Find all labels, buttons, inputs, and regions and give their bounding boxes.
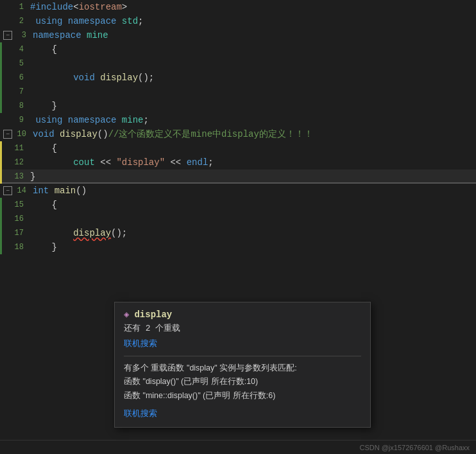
token-plain: ; xyxy=(138,16,143,26)
code-line-12: cout << "display" << endl; xyxy=(28,155,476,170)
code-line-1: #include<iostream> xyxy=(28,0,476,14)
token-plain xyxy=(55,129,60,139)
intellisense-tooltip: ◈ display 还有 2 个重载 联机搜索 有多个 重载函数 "displa… xyxy=(114,302,371,428)
tooltip-link-2[interactable]: 联机搜索 xyxy=(124,408,361,419)
line-number: 15 xyxy=(11,200,24,209)
fold-button[interactable]: − xyxy=(3,31,12,40)
bar-empty xyxy=(0,28,2,42)
token-plain: << xyxy=(165,157,187,168)
token-plain: ; xyxy=(208,157,213,168)
bar-green xyxy=(0,240,2,254)
line-number: 2 xyxy=(11,17,24,26)
token-keyword: using xyxy=(30,16,62,26)
table-row: 16 xyxy=(0,212,476,226)
bar-empty xyxy=(0,0,2,14)
token-keyword: void xyxy=(33,129,55,139)
code-line-14: int main() xyxy=(30,184,476,198)
bar-green xyxy=(0,226,2,240)
table-row: 9 using namespace mine; xyxy=(0,113,476,127)
watermark-text: CSDN @jx1572676601 @Rushaxx xyxy=(359,444,470,451)
bar-green xyxy=(0,85,2,99)
bar-empty xyxy=(0,127,2,141)
table-row: 1 #include<iostream> xyxy=(0,0,476,14)
line-number: 9 xyxy=(11,116,24,125)
token-keyword: namespace xyxy=(68,115,117,125)
code-line-6: void display(); xyxy=(28,71,476,85)
table-row: − 14 int main() xyxy=(0,184,476,198)
tooltip-divider xyxy=(124,356,361,356)
bar-yellow xyxy=(0,170,2,184)
token-function: main xyxy=(55,186,76,196)
token-namespace: mine xyxy=(87,30,108,40)
code-line-10: void display()//这个函数定义不是mine中display的定义！… xyxy=(30,127,476,141)
tooltip-desc-line3: 函数 "mine::display()" (已声明 所在行数:6) xyxy=(124,389,361,403)
token-plain: } xyxy=(30,171,35,182)
token-function: display xyxy=(60,129,98,139)
token-cout: cout xyxy=(73,157,95,168)
line-number: 4 xyxy=(11,45,24,54)
token-plain xyxy=(30,58,52,69)
tooltip-overload-text: 还有 2 个重载 xyxy=(124,322,361,334)
token-plain xyxy=(30,228,73,238)
tooltip-desc-line2: 函数 "display()" (已声明 所在行数:10) xyxy=(124,375,361,389)
token-plain: > xyxy=(122,2,127,12)
token-function: display xyxy=(100,73,138,83)
bar-empty xyxy=(0,184,2,198)
bar-green xyxy=(0,212,2,226)
fold-button[interactable]: − xyxy=(3,186,12,195)
token-endl: endl xyxy=(187,157,208,168)
code-line-18: } xyxy=(28,240,476,254)
table-row: 6 void display(); xyxy=(0,71,476,85)
token-plain xyxy=(62,115,67,125)
table-row: 18 } xyxy=(0,240,476,254)
token-namespace: std xyxy=(122,16,138,26)
code-area: 1 #include<iostream> 2 using namespace s… xyxy=(0,0,476,440)
tooltip-link-1[interactable]: 联机搜索 xyxy=(124,338,361,349)
line-number: 14 xyxy=(13,186,26,195)
code-line-17: display(); xyxy=(28,226,476,240)
token-plain xyxy=(30,157,73,168)
line-number: 3 xyxy=(13,31,26,40)
token-plain xyxy=(116,115,121,125)
line-number: 12 xyxy=(11,158,24,167)
token-plain xyxy=(30,115,35,125)
bar-green xyxy=(0,42,2,57)
bar-green xyxy=(0,71,2,85)
token-plain: } xyxy=(30,101,57,111)
tooltip-description: 有多个 重载函数 "display" 实例与参数列表匹配: 函数 "displa… xyxy=(124,362,361,403)
token-keyword: using xyxy=(35,115,62,125)
code-line-16 xyxy=(28,212,476,226)
fold-button[interactable]: − xyxy=(3,130,12,139)
bar-green xyxy=(0,57,2,71)
token-function-squiggle: display xyxy=(73,228,111,238)
bar-empty xyxy=(0,113,2,127)
code-line-5 xyxy=(28,57,476,71)
table-row: 4 { xyxy=(0,42,476,57)
token-plain: () xyxy=(76,186,87,196)
token-plain: ; xyxy=(143,115,148,125)
token-plain: { xyxy=(30,200,57,210)
token-plain: < xyxy=(73,2,78,12)
line-number: 10 xyxy=(13,130,26,139)
code-line-9: using namespace mine; xyxy=(28,113,476,127)
line-number: 7 xyxy=(11,87,24,96)
token-plain xyxy=(30,87,52,97)
tooltip-desc-line1: 有多个 重载函数 "display" 实例与参数列表匹配: xyxy=(124,362,361,375)
bar-green xyxy=(0,198,2,212)
token-plain xyxy=(30,73,73,83)
code-line-8: } xyxy=(28,99,476,113)
tooltip-function-name: display xyxy=(134,310,172,320)
table-row: 2 using namespace std; xyxy=(0,14,476,28)
token-plain xyxy=(95,73,100,83)
tooltip-header: ◈ display xyxy=(124,309,361,320)
line-number: 17 xyxy=(11,229,24,238)
token-string: "display" xyxy=(116,157,165,168)
table-row: 7 xyxy=(0,85,476,99)
code-line-7 xyxy=(28,85,476,99)
watermark-bar: CSDN @jx1572676601 @Rushaxx xyxy=(0,440,476,454)
line-number: 1 xyxy=(11,3,24,12)
token-plain: () xyxy=(98,129,108,139)
token-keyword: namespace xyxy=(68,16,117,26)
tooltip-icon: ◈ xyxy=(124,309,129,320)
token-plain: { xyxy=(30,44,57,55)
